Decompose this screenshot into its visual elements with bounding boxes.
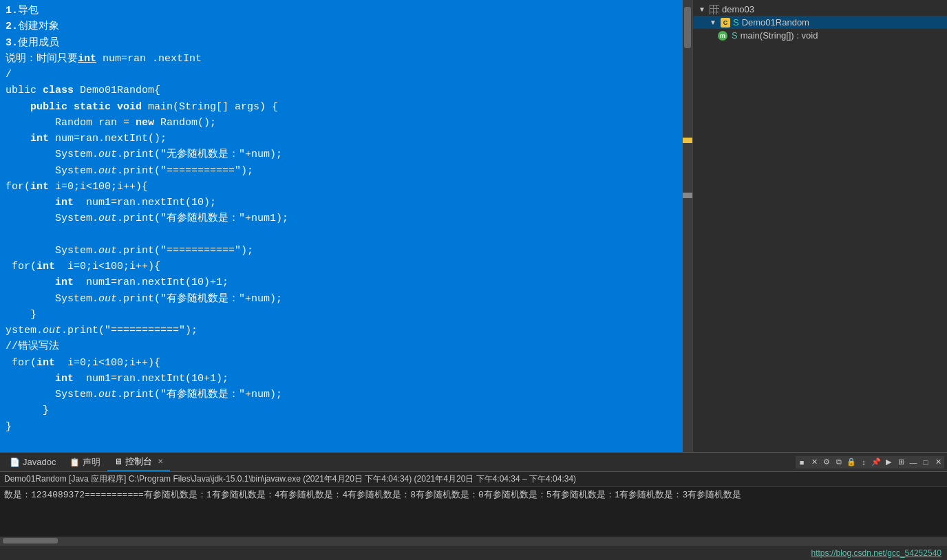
console-copy-btn[interactable]: ⧉: [833, 456, 845, 469]
run-info: Demo01Random [Java 应用程序] C:\Program File…: [0, 472, 947, 487]
tree-label-demo01random: Demo01Random: [742, 17, 809, 28]
editor-area: 1.导包 2.创建对象 3.使用成员 说明：时间只要int num=ran .n…: [0, 0, 947, 452]
status-link[interactable]: https://blog.csdn.net/gcc_54252540: [811, 548, 941, 558]
tree-expand-icon-2: ▼: [710, 19, 718, 26]
editor-with-scrollbar: 1.导包 2.创建对象 3.使用成员 说明：时间只要int num=ran .n…: [0, 0, 692, 452]
status-bar: https://blog.csdn.net/gcc_54252540: [0, 545, 947, 560]
tab-console-label: 控制台: [125, 455, 152, 468]
main-container: 1.导包 2.创建对象 3.使用成员 说明：时间只要int num=ran .n…: [0, 0, 947, 560]
console-icon: 🖥: [114, 457, 123, 466]
console-lock-btn[interactable]: 🔒: [845, 456, 858, 469]
tree-item-demo03[interactable]: ▼ demo03: [693, 3, 947, 16]
access-icon-2: S: [732, 30, 738, 41]
code-content: 1.导包 2.创建对象 3.使用成员 说明：时间只要int num=ran .n…: [6, 3, 677, 435]
class-icon: C: [721, 18, 730, 28]
tree-item-main[interactable]: m S main(String[]) : void: [693, 29, 947, 42]
console-min-btn[interactable]: —: [907, 456, 919, 469]
console-stop-btn[interactable]: ■: [796, 456, 808, 469]
tree-item-demo01random[interactable]: ▼ C S Demo01Random: [693, 16, 947, 29]
right-panel: ▼ demo03 ▼ C S Demo01Random m S main(Str…: [692, 0, 947, 452]
grid-icon: [710, 5, 719, 14]
tab-close-icon[interactable]: ✕: [158, 457, 163, 465]
scrollbar-marker-1: [683, 138, 692, 143]
tree-expand-icon: ▼: [699, 6, 707, 13]
console-close-btn[interactable]: ✕: [932, 456, 944, 469]
h-scrollbar-thumb[interactable]: [3, 538, 58, 543]
console-pin-btn[interactable]: 📌: [870, 456, 882, 469]
method-icon: m: [718, 31, 727, 41]
code-panel[interactable]: 1.导包 2.创建对象 3.使用成员 说明：时间只要int num=ran .n…: [0, 0, 683, 452]
declaration-icon: 📋: [70, 457, 80, 467]
code-scrollbar-v[interactable]: [683, 0, 692, 452]
tab-declaration[interactable]: 📋 声明: [63, 454, 107, 471]
scrollbar-thumb-v[interactable]: [684, 7, 691, 48]
console-max-btn[interactable]: □: [919, 456, 932, 469]
console-clear-btn[interactable]: ✕: [808, 456, 820, 469]
console-nav-btn[interactable]: ⊞: [895, 456, 907, 469]
console-run-btn[interactable]: ▶: [882, 456, 895, 469]
tree-label-demo03: demo03: [722, 4, 754, 14]
console-settings-btn[interactable]: ⚙: [820, 456, 833, 469]
scrollbar-marker-2: [683, 193, 692, 198]
tab-declaration-label: 声明: [83, 456, 100, 469]
h-scrollbar[interactable]: [0, 537, 947, 545]
tab-javadoc[interactable]: 📄 Javadoc: [3, 455, 63, 469]
javadoc-icon: 📄: [10, 457, 20, 467]
access-icon: S: [733, 17, 739, 28]
bottom-panel: 📄 Javadoc 📋 声明 🖥 控制台 ✕ ■ ✕ ⚙ ⧉ 🔒 ↕ 📌 ▶ ⊞: [0, 452, 947, 545]
bottom-tabs: 📄 Javadoc 📋 声明 🖥 控制台 ✕ ■ ✕ ⚙ ⧉ 🔒 ↕ 📌 ▶ ⊞: [0, 453, 947, 472]
output-text: 数是：1234089372===========有参随机数是：1有参随机数是：4…: [0, 487, 947, 537]
console-scroll-btn[interactable]: ↕: [858, 456, 870, 469]
bottom-content: Demo01Random [Java 应用程序] C:\Program File…: [0, 472, 947, 537]
tab-console[interactable]: 🖥 控制台 ✕: [107, 453, 170, 471]
tab-javadoc-label: Javadoc: [23, 457, 56, 467]
tree-panel: ▼ demo03 ▼ C S Demo01Random m S main(Str…: [693, 0, 947, 452]
tree-label-main: main(String[]) : void: [741, 30, 818, 41]
